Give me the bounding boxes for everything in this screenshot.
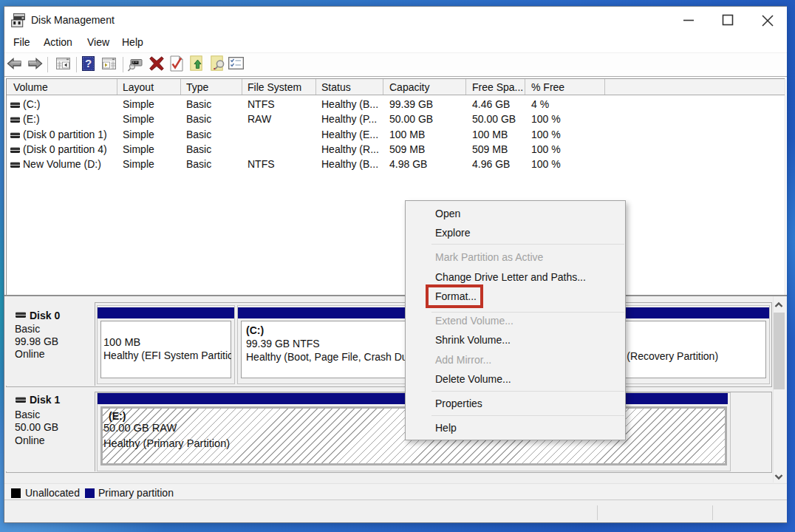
svg-text:?: ? [85, 57, 92, 69]
